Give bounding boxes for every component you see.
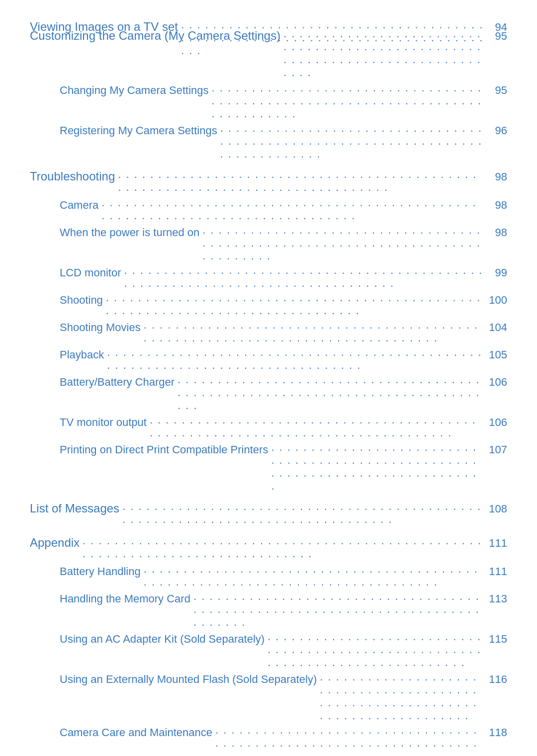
toc-dots bbox=[144, 563, 484, 589]
page-container: Viewing Images on a TV set 94 Customizin… bbox=[0, 0, 537, 756]
toc-title: Appendix bbox=[30, 536, 80, 550]
toc-entry-camera-care[interactable]: Camera Care and Maintenance 118 bbox=[30, 726, 507, 756]
toc-page: 100 bbox=[487, 294, 507, 307]
toc-title: Battery/Battery Charger bbox=[60, 376, 175, 389]
toc-entry-when-power-on[interactable]: When the power is turned on 98 bbox=[30, 226, 507, 265]
toc-title: Camera Care and Maintenance bbox=[60, 726, 212, 739]
toc-title: TV monitor output bbox=[60, 416, 147, 429]
toc-dots bbox=[220, 122, 484, 161]
toc-dots bbox=[202, 224, 484, 263]
toc-page: 118 bbox=[487, 726, 507, 739]
toc-dots bbox=[178, 373, 484, 413]
toc-entry-registering-settings[interactable]: Registering My Camera Settings 96 bbox=[30, 124, 507, 164]
toc-page: 95 bbox=[487, 84, 507, 97]
toc-entry-handling-memory-card[interactable]: Handling the Memory Card 113 bbox=[30, 592, 507, 632]
toc-title: LCD monitor bbox=[60, 266, 121, 279]
toc-title: Battery Handling bbox=[60, 565, 141, 578]
toc-page: 99 bbox=[487, 266, 507, 279]
toc-page: 98 bbox=[487, 226, 507, 239]
toc-dots bbox=[283, 27, 484, 80]
toc-entry-using-flash[interactable]: Using an Externally Mounted Flash (Sold … bbox=[30, 673, 507, 725]
toc-page: 95 bbox=[487, 30, 507, 43]
toc-entry-lcd-monitor[interactable]: LCD monitor 99 bbox=[30, 266, 507, 293]
toc-dots bbox=[144, 319, 484, 345]
toc-entry-list-of-messages[interactable]: List of Messages 108 bbox=[30, 502, 507, 529]
toc-dots bbox=[268, 630, 484, 670]
toc-title: Troubleshooting bbox=[30, 169, 115, 183]
toc-entry-battery-charger[interactable]: Battery/Battery Charger 106 bbox=[30, 376, 507, 415]
toc-dots bbox=[122, 500, 484, 526]
toc-title: Registering My Camera Settings bbox=[60, 124, 217, 137]
toc-dots bbox=[320, 671, 484, 723]
toc-page: 104 bbox=[487, 321, 507, 334]
toc-entry-camera[interactable]: Camera 98 bbox=[30, 199, 507, 225]
toc-entry-tv-monitor-output[interactable]: TV monitor output 106 bbox=[30, 416, 507, 442]
toc-dots bbox=[107, 346, 484, 372]
toc-title: List of Messages bbox=[30, 502, 119, 515]
toc-title: Playback bbox=[60, 348, 104, 361]
toc-title: Using an Externally Mounted Flash (Sold … bbox=[60, 673, 317, 686]
toc-entry-playback[interactable]: Playback 105 bbox=[30, 348, 507, 375]
toc-title: Using an AC Adapter Kit (Sold Separately… bbox=[60, 633, 265, 646]
toc-entry-viewing-images-tv[interactable]: Viewing Images on a TV set 94 bbox=[30, 20, 507, 22]
toc-entry-shooting-movies[interactable]: Shooting Movies 104 bbox=[30, 321, 507, 347]
toc-entry-troubleshooting[interactable]: Troubleshooting 98 bbox=[30, 169, 507, 197]
toc-page: 113 bbox=[487, 592, 507, 605]
toc-title: Printing on Direct Print Compatible Prin… bbox=[60, 443, 268, 456]
toc-page: 98 bbox=[487, 170, 507, 183]
toc-page: 107 bbox=[487, 443, 507, 456]
toc-page: 106 bbox=[487, 376, 507, 389]
toc-title: When the power is turned on bbox=[60, 226, 199, 239]
toc-page: 98 bbox=[487, 199, 507, 212]
toc-entry-battery-handling[interactable]: Battery Handling 111 bbox=[30, 565, 507, 591]
toc-page: 108 bbox=[487, 503, 507, 515]
toc-dots bbox=[215, 724, 484, 756]
toc-dots bbox=[150, 414, 484, 440]
toc-title: Handling the Memory Card bbox=[60, 592, 190, 605]
toc-title: Shooting bbox=[60, 294, 103, 307]
toc-entry-changing-settings[interactable]: Changing My Camera Settings 95 bbox=[30, 84, 507, 123]
toc-entry-shooting[interactable]: Shooting 100 bbox=[30, 294, 507, 320]
toc-dots bbox=[124, 264, 484, 290]
toc-entry-using-ac-adapter[interactable]: Using an AC Adapter Kit (Sold Separately… bbox=[30, 633, 507, 672]
toc-title: Shooting Movies bbox=[60, 321, 141, 334]
toc-dots bbox=[118, 168, 484, 194]
toc-entry-printing-direct[interactable]: Printing on Direct Print Compatible Prin… bbox=[30, 443, 507, 496]
toc-dots bbox=[106, 291, 484, 318]
toc-page: 106 bbox=[487, 416, 507, 429]
toc-page: 116 bbox=[487, 673, 507, 686]
toc-dots bbox=[193, 590, 484, 629]
toc-dots bbox=[271, 441, 484, 493]
toc-dots bbox=[101, 196, 484, 223]
toc-page: 105 bbox=[487, 348, 507, 361]
toc-page: 96 bbox=[487, 124, 507, 137]
toc-dots bbox=[83, 534, 484, 561]
toc-title: Camera bbox=[60, 199, 98, 212]
toc-page: 111 bbox=[487, 565, 507, 578]
toc-dots bbox=[212, 82, 484, 121]
toc-page: 111 bbox=[487, 537, 507, 550]
toc-title: Changing My Camera Settings bbox=[60, 84, 209, 97]
toc-entry-appendix[interactable]: Appendix 111 bbox=[30, 536, 507, 563]
toc-page: 115 bbox=[487, 633, 507, 646]
